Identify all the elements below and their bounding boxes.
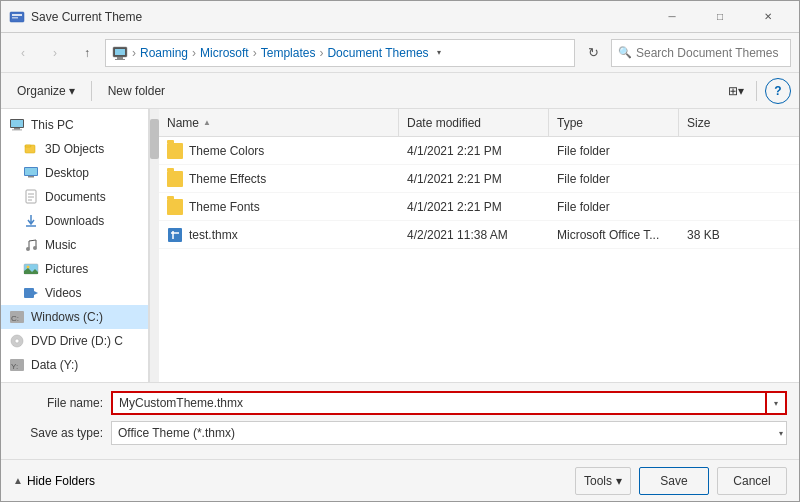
col-type-label: Type	[557, 116, 583, 130]
organize-button[interactable]: Organize ▾	[9, 78, 83, 104]
save-button[interactable]: Save	[639, 467, 709, 495]
savetype-select[interactable]: Office Theme (*.thmx)	[111, 421, 787, 445]
breadcrumb-sep-1: ›	[132, 46, 136, 60]
folder-icon	[167, 199, 183, 215]
3dobjects-icon	[23, 141, 39, 157]
tools-button[interactable]: Tools ▾	[575, 467, 631, 495]
svg-rect-2	[12, 17, 18, 19]
sidebar-scrollbar[interactable]	[149, 109, 159, 382]
sidebar-item-3dobjects[interactable]: 3D Objects	[1, 137, 148, 161]
col-header-name[interactable]: Name ▲	[159, 109, 399, 137]
search-icon: 🔍	[618, 46, 632, 59]
documents-icon	[23, 189, 39, 205]
breadcrumb-bar[interactable]: › Roaming › Microsoft › Templates › Docu…	[105, 39, 575, 67]
svg-marker-26	[34, 291, 38, 295]
help-button[interactable]: ?	[765, 78, 791, 104]
svg-rect-10	[12, 130, 22, 131]
folder-icon	[167, 171, 183, 187]
filename-input-wrapper: ▾	[111, 391, 787, 415]
hide-folders-label: Hide Folders	[27, 474, 95, 488]
sidebar-item-windowsc[interactable]: C: Windows (C:)	[1, 305, 148, 329]
maximize-button[interactable]: □	[697, 1, 743, 33]
sidebar-item-downloads[interactable]: Downloads	[1, 209, 148, 233]
new-folder-button[interactable]: New folder	[100, 78, 173, 104]
svg-text:C:: C:	[11, 314, 19, 323]
sort-arrow-icon: ▲	[203, 118, 211, 127]
breadcrumb-roaming[interactable]: Roaming	[140, 46, 188, 60]
thmx-icon	[167, 227, 183, 243]
breadcrumb-templates[interactable]: Templates	[261, 46, 316, 60]
filename-input[interactable]	[111, 391, 767, 415]
svg-point-21	[26, 247, 30, 251]
dialog-title: Save Current Theme	[31, 10, 649, 24]
sidebar-label-desktop: Desktop	[45, 166, 89, 180]
file-name-label: Theme Fonts	[189, 200, 260, 214]
close-button[interactable]: ✕	[745, 1, 791, 33]
sidebar-label-videos: Videos	[45, 286, 81, 300]
breadcrumb-expand-icon[interactable]: ▾	[431, 39, 447, 67]
col-header-type[interactable]: Type	[549, 109, 679, 137]
table-row[interactable]: Theme Fonts 4/1/2021 2:21 PM File folder	[159, 193, 799, 221]
file-list-area: Name ▲ Date modified Type Size Theme	[159, 109, 799, 382]
file-type-cell: File folder	[549, 165, 679, 193]
search-input[interactable]	[636, 46, 786, 60]
organize-arrow-icon: ▾	[69, 84, 75, 98]
sidebar-item-thispc[interactable]: This PC	[1, 113, 148, 137]
hide-folders-toggle[interactable]: ▲ Hide Folders	[13, 474, 95, 488]
col-header-size[interactable]: Size	[679, 109, 799, 137]
pc-icon	[112, 45, 128, 61]
sidebar-item-datay[interactable]: Y: Data (Y:)	[1, 353, 148, 377]
up-button[interactable]: ↑	[73, 39, 101, 67]
sidebar-label-windowsc: Windows (C:)	[31, 310, 103, 324]
file-date-cell: 4/1/2021 2:21 PM	[399, 137, 549, 165]
title-bar: Save Current Theme ─ □ ✕	[1, 1, 799, 33]
tools-label: Tools	[584, 474, 612, 488]
thmx-shape	[168, 228, 182, 242]
svg-rect-9	[14, 128, 20, 130]
search-box: 🔍	[611, 39, 791, 67]
sidebar-item-music[interactable]: Music	[1, 233, 148, 257]
refresh-button[interactable]: ↻	[579, 39, 607, 67]
minimize-button[interactable]: ─	[649, 1, 695, 33]
view-icon: ⊞	[728, 84, 738, 98]
col-size-label: Size	[687, 116, 710, 130]
filename-dropdown-icon[interactable]: ▾	[767, 391, 787, 415]
hide-folders-icon: ▲	[13, 475, 23, 486]
svg-rect-25	[24, 288, 34, 298]
svg-point-30	[15, 339, 19, 343]
table-row[interactable]: test.thmx 4/2/2021 11:38 AM Microsoft Of…	[159, 221, 799, 249]
view-button[interactable]: ⊞ ▾	[724, 78, 748, 104]
back-button[interactable]: ‹	[9, 39, 37, 67]
sidebar-item-pictures[interactable]: Pictures	[1, 257, 148, 281]
cancel-button[interactable]: Cancel	[717, 467, 787, 495]
svg-rect-35	[170, 230, 180, 240]
file-list: Theme Colors 4/1/2021 2:21 PM File folde…	[159, 137, 799, 382]
sidebar-label-pictures: Pictures	[45, 262, 88, 276]
file-size-cell	[679, 137, 799, 165]
file-type-cell: File folder	[549, 193, 679, 221]
downloads-icon	[23, 213, 39, 229]
filename-row: File name: ▾	[13, 391, 787, 415]
svg-rect-14	[25, 168, 37, 175]
col-date-label: Date modified	[407, 116, 481, 130]
breadcrumb-sep-2: ›	[192, 46, 196, 60]
forward-button[interactable]: ›	[41, 39, 69, 67]
savetype-select-wrapper: Office Theme (*.thmx) ▾	[111, 421, 787, 445]
sidebar-item-dvd[interactable]: DVD Drive (D:) C	[1, 329, 148, 353]
sidebar-item-documents[interactable]: Documents	[1, 185, 148, 209]
breadcrumb-microsoft[interactable]: Microsoft	[200, 46, 249, 60]
sidebar-item-videos[interactable]: Videos	[1, 281, 148, 305]
file-name-cell: Theme Fonts	[159, 193, 399, 221]
file-name-label: Theme Colors	[189, 144, 264, 158]
file-size-cell	[679, 193, 799, 221]
table-row[interactable]: Theme Effects 4/1/2021 2:21 PM File fold…	[159, 165, 799, 193]
datay-icon: Y:	[9, 357, 25, 373]
breadcrumb-document-themes[interactable]: Document Themes	[327, 46, 428, 60]
table-row[interactable]: Theme Colors 4/1/2021 2:21 PM File folde…	[159, 137, 799, 165]
sidebar-scroll-thumb[interactable]	[150, 119, 159, 159]
svg-rect-12	[25, 145, 31, 147]
file-list-header: Name ▲ Date modified Type Size	[159, 109, 799, 137]
col-header-date[interactable]: Date modified	[399, 109, 549, 137]
sidebar-item-desktop[interactable]: Desktop	[1, 161, 148, 185]
sidebar-label-thispc: This PC	[31, 118, 74, 132]
